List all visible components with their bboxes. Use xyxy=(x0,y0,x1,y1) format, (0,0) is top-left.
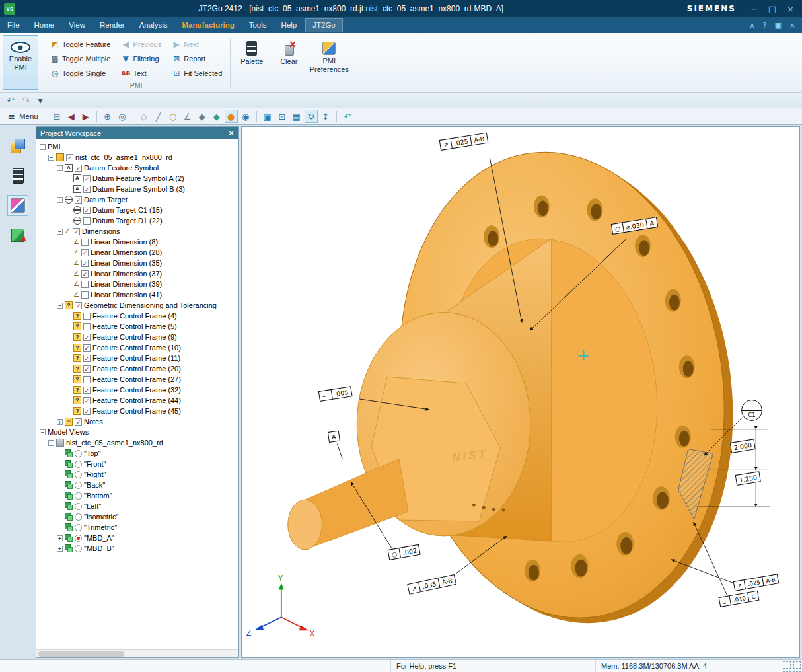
pmi-datum-target-c1[interactable]: C1 xyxy=(741,400,762,421)
tree-checkbox[interactable]: ✓ xyxy=(83,365,91,373)
previous-entity-icon[interactable]: ◀ xyxy=(65,110,78,123)
previous-button[interactable]: ◀Previous xyxy=(116,40,166,49)
minimize-button[interactable]: − xyxy=(750,5,758,13)
tab-home[interactable]: Home xyxy=(27,18,62,32)
tree-checkbox[interactable]: ✓ xyxy=(83,207,91,214)
tree-checkbox[interactable]: ✓ xyxy=(81,249,89,256)
tree-item[interactable]: ?✓Feature Control Frame (44) xyxy=(38,395,238,406)
tree-item[interactable]: A✓Datum Feature Symbol B (3) xyxy=(38,184,238,194)
tree-item[interactable]: −✓nist_ctc_05_asme1_nx800_rd xyxy=(38,152,238,163)
tree-expander[interactable]: − xyxy=(57,229,63,235)
measure-line-icon[interactable]: ╱ xyxy=(152,110,165,123)
pmi-perpendicularity[interactable]: ⊥.010C xyxy=(719,591,760,607)
tab-render[interactable]: Render xyxy=(92,18,132,32)
redo-icon[interactable]: ↷ xyxy=(22,96,30,105)
tree-item[interactable]: "Isometric" xyxy=(38,511,238,522)
tree-item[interactable]: ✓Datum Target C1 (15) xyxy=(38,205,238,215)
tree-item[interactable]: ?✓Feature Control Frame (9) xyxy=(38,332,238,342)
next-entity-icon[interactable]: ▶ xyxy=(79,110,92,123)
tree-checkbox[interactable]: ✓ xyxy=(83,175,91,182)
workspace-hscrollbar[interactable] xyxy=(36,649,238,657)
tree-expander[interactable]: − xyxy=(40,429,46,435)
tree-checkbox[interactable]: ✓ xyxy=(75,165,82,172)
section-plane-icon[interactable]: ◆ xyxy=(210,110,223,123)
tree-checkbox[interactable]: ✓ xyxy=(83,344,91,352)
menu-button[interactable]: ≡ Menu xyxy=(4,112,42,122)
toggle-multiple-button[interactable]: ▩Toggle Multiple xyxy=(46,54,115,63)
tree-checkbox[interactable]: ✓ xyxy=(75,302,82,309)
tree-checkbox[interactable] xyxy=(83,313,91,320)
tree-item[interactable]: "Bottom" xyxy=(38,490,238,501)
tree-item[interactable]: "Back" xyxy=(38,480,238,490)
close-button[interactable]: × xyxy=(787,5,794,13)
help-icon[interactable]: ? xyxy=(763,21,767,30)
tree-item[interactable]: ∠✓Linear Dimension (35) xyxy=(38,258,238,268)
measure-circle-icon[interactable]: ○ xyxy=(166,110,180,123)
report-button[interactable]: ⊠Report xyxy=(167,54,227,63)
tree-checkbox[interactable]: ✓ xyxy=(75,418,82,426)
tree-item[interactable]: "Trimetric" xyxy=(38,522,238,533)
palette-button[interactable]: Palette xyxy=(234,35,270,90)
pmi-dimension-1250[interactable]: 1.250 xyxy=(735,471,761,486)
workspace-panel-button[interactable] xyxy=(7,135,28,157)
section-icon[interactable]: ◆ xyxy=(196,110,209,123)
tab-jt2go[interactable]: JT2Go xyxy=(305,18,343,32)
tree-expander[interactable]: − xyxy=(57,303,63,309)
measure-angle-icon[interactable]: ∠ xyxy=(181,110,194,123)
tree-radio[interactable] xyxy=(75,535,82,542)
tree-expander[interactable]: − xyxy=(40,144,46,150)
tree-radio[interactable] xyxy=(75,492,82,500)
tree-radio[interactable] xyxy=(75,524,82,531)
tree-item[interactable]: +≡✓Notes xyxy=(38,416,238,427)
tree-expander[interactable]: − xyxy=(57,165,63,171)
model-tree-icon[interactable]: ⊟ xyxy=(50,110,63,123)
resize-grip[interactable] xyxy=(782,660,802,672)
tree-item[interactable]: ∠✓Linear Dimension (28) xyxy=(38,247,238,258)
zoom-window-icon[interactable]: ⊡ xyxy=(275,110,289,123)
tree-expander[interactable]: − xyxy=(57,197,63,203)
tree-item[interactable]: ∠Linear Dimension (8) xyxy=(38,237,238,247)
maximize-button[interactable]: □ xyxy=(768,5,776,13)
toggle-single-button[interactable]: ◎Toggle Single xyxy=(46,69,115,78)
pmi-runout-right[interactable]: ↗.025A-B xyxy=(733,574,780,591)
tree-item[interactable]: −PMI xyxy=(38,141,238,152)
clear-button[interactable]: Clear xyxy=(271,35,307,90)
text-button[interactable]: ABText xyxy=(116,69,166,78)
fit-view-icon[interactable]: ▣ xyxy=(261,110,274,123)
tree-checkbox[interactable] xyxy=(83,376,91,383)
tree-checkbox[interactable] xyxy=(81,239,89,246)
collapse-ribbon-icon[interactable]: ∧ xyxy=(749,21,754,30)
tree-item[interactable]: −Model Views xyxy=(38,427,238,437)
pmi-panel-button[interactable] xyxy=(7,195,28,216)
pmi-preferences-button[interactable]: PMI Preferences xyxy=(308,35,350,90)
tree-item[interactable]: ?✓Feature Control Frame (20) xyxy=(38,363,238,374)
pmi-datum-a[interactable]: A xyxy=(328,431,340,443)
pmi-dimension-2000[interactable]: 2.000 xyxy=(730,439,756,453)
3d-viewport[interactable]: Y X Z ↗.025A-B○⌀.030A—.005A○.002↗.035A-B… xyxy=(241,126,800,658)
measure-point-icon[interactable]: ◇ xyxy=(137,110,151,123)
pmi-cylindricity[interactable]: ○⌀.030A xyxy=(611,217,658,235)
tree-checkbox[interactable]: ✓ xyxy=(83,186,91,193)
tree-item[interactable]: −✓Datum Target xyxy=(38,194,238,205)
tree-expander[interactable]: − xyxy=(48,155,54,161)
tree-radio[interactable] xyxy=(75,450,82,457)
tree-item[interactable]: +"MBD_A" xyxy=(38,533,238,543)
tree-checkbox[interactable] xyxy=(83,323,91,330)
view-undo-icon[interactable]: ↶ xyxy=(341,110,354,123)
enable-pmi-button[interactable]: Enable PMI xyxy=(3,35,38,90)
pmi-straightness[interactable]: —.005 xyxy=(318,386,353,402)
tree-item[interactable]: ∠✓Linear Dimension (37) xyxy=(38,268,238,279)
model-panel-button[interactable] xyxy=(7,225,28,246)
tree-checkbox[interactable]: ✓ xyxy=(81,260,89,267)
tree-item[interactable]: −∠✓Dimensions xyxy=(38,226,238,237)
tree-item[interactable]: ?✓Feature Control Frame (45) xyxy=(38,406,238,416)
tree-expander[interactable]: + xyxy=(57,546,63,552)
tree-radio[interactable] xyxy=(75,482,82,489)
tree-item[interactable]: "Front" xyxy=(38,459,238,469)
zoom-area-icon[interactable]: ⊕ xyxy=(101,110,114,123)
tree-radio[interactable] xyxy=(75,461,82,468)
tree-checkbox[interactable]: ✓ xyxy=(75,196,82,204)
tree-item[interactable]: A✓Datum Feature Symbol A (2) xyxy=(38,173,238,184)
filtering-button[interactable]: ▼Filtering xyxy=(116,54,166,63)
tree-expander[interactable]: − xyxy=(48,440,54,446)
